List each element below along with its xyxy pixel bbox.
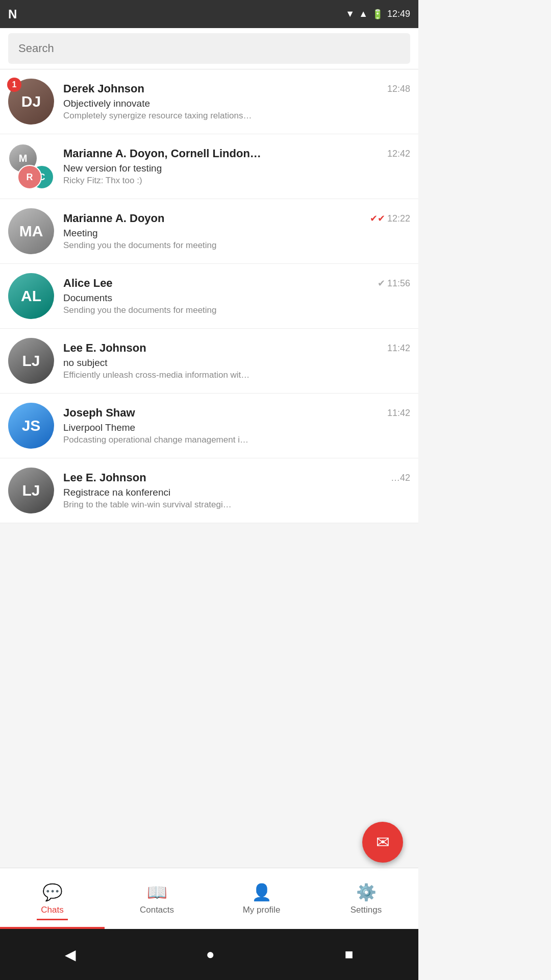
time: 12:49 [387,9,410,19]
nav-item-settings[interactable]: ⚙️ Settings [314,877,418,920]
chat-name: Alice Lee [63,277,372,290]
nav-label-chats: Chats [41,905,63,915]
search-input[interactable] [8,33,410,64]
read-receipt-icon: ✔✔ [370,213,385,224]
chat-content-joseph-shaw: Joseph Shaw 11:42 Liverpool Theme Podcas… [63,406,410,445]
chat-item-lee-johnson-1[interactable]: LJ Lee E. Johnson 11:42 no subject Effic… [0,329,418,394]
chat-content-group-marianne-cornell: Marianne A. Doyon, Cornell Lindon… 12:42… [63,147,410,186]
nav-label-my-profile: My profile [243,905,281,915]
status-bar-right: ▼ ▲ 🔋 12:49 [345,9,410,20]
back-button[interactable]: ◀ [65,946,76,963]
nav-icon-my-profile: 👤 [252,883,272,902]
android-nav-bar: ◀ ● ■ [0,929,418,980]
chat-item-group-marianne-cornell[interactable]: M C R Marianne A. Doyon, Cornell Lindon…… [0,134,418,199]
chat-preview: Sending you the documents for meeting [63,240,410,251]
avatar-lee-johnson-1: LJ [8,338,54,384]
chat-subject: Meeting [63,228,410,239]
chat-time: ✔11:56 [378,278,410,289]
chat-preview: Ricky Fitz: Thx too :) [63,176,410,186]
chat-name: Marianne A. Doyon [63,212,365,225]
recent-button[interactable]: ■ [345,946,354,963]
chat-header: Lee E. Johnson …42 [63,471,410,484]
status-bar-left: N [8,7,17,21]
nav-icon-contacts: 📖 [147,883,167,902]
chat-name: Derek Johnson [63,82,382,95]
battery-icon: 🔋 [372,9,383,20]
active-tab-indicator [0,927,105,929]
chat-preview: Efficiently unleash cross-media informat… [63,370,410,380]
chat-list: 1 DJ Derek Johnson 12:48 Objectively inn… [0,69,418,523]
unread-badge: 1 [7,78,21,92]
chat-content-alice-lee: Alice Lee ✔11:56 Documents Sending you t… [63,277,410,315]
avatar-joseph-shaw: JS [8,403,54,449]
chat-time: ✔✔12:22 [370,213,410,224]
chat-preview: Bring to the table win-win survival stra… [63,500,410,510]
app-logo: N [8,7,17,21]
chat-subject: Documents [63,292,410,304]
chat-preview: Podcasting operational change management… [63,435,410,445]
chat-header: Marianne A. Doyon ✔✔12:22 [63,212,410,225]
chat-content-derek-johnson: Derek Johnson 12:48 Objectively innovate… [63,82,410,121]
chat-header: Marianne A. Doyon, Cornell Lindon… 12:42 [63,147,410,160]
chat-item-alice-lee[interactable]: AL Alice Lee ✔11:56 Documents Sending yo… [0,264,418,329]
nav-icon-chats: 💬 [42,883,63,902]
chat-item-marianne-doyon[interactable]: MA Marianne A. Doyon ✔✔12:22 Meeting Sen… [0,199,418,264]
avatar-alice-lee: AL [8,273,54,319]
chat-time: 11:42 [387,343,410,354]
signal-icon: ▲ [359,9,368,19]
chat-header: Lee E. Johnson 11:42 [63,341,410,355]
chat-time: 11:42 [387,408,410,419]
chat-time: …42 [391,473,410,483]
chat-subject: Liverpool Theme [63,422,410,433]
status-bar: N ▼ ▲ 🔋 12:49 [0,0,418,28]
chat-name: Joseph Shaw [63,406,382,420]
wifi-icon: ▼ [345,9,355,19]
nav-item-chats[interactable]: 💬 Chats [0,877,105,920]
chat-time: 12:48 [387,84,410,94]
chat-header: Derek Johnson 12:48 [63,82,410,95]
nav-item-contacts[interactable]: 📖 Contacts [105,877,209,920]
nav-icon-settings: ⚙️ [356,883,377,902]
chat-item-derek-johnson[interactable]: 1 DJ Derek Johnson 12:48 Objectively inn… [0,69,418,134]
chat-subject: Registrace na konferenci [63,487,410,498]
delivered-icon: ✔ [378,278,385,288]
chat-content-lee-johnson-2: Lee E. Johnson …42 Registrace na konfere… [63,471,410,510]
chat-item-joseph-shaw[interactable]: JS Joseph Shaw 11:42 Liverpool Theme Pod… [0,394,418,458]
home-button[interactable]: ● [206,946,215,963]
new-chat-fab[interactable]: ✉ [362,822,403,863]
nav-label-contacts: Contacts [140,905,174,915]
chat-header: Joseph Shaw 11:42 [63,406,410,420]
avatar-group-group-marianne-cornell: M C R [8,143,54,189]
search-container [0,28,418,69]
bottom-nav: 💬 Chats 📖 Contacts 👤 My profile ⚙️ Setti… [0,868,418,929]
chat-header: Alice Lee ✔11:56 [63,277,410,290]
chat-name: Lee E. Johnson [63,471,386,484]
avatar-lee-johnson-2: LJ [8,468,54,513]
chat-preview: Sending you the documents for meeting [63,305,410,315]
chat-name: Lee E. Johnson [63,341,382,355]
avatar-derek-johnson: 1 DJ [8,79,54,125]
chat-subject: no subject [63,357,410,369]
nav-item-my-profile[interactable]: 👤 My profile [209,877,314,920]
chat-subject: Objectively innovate [63,98,410,109]
nav-label-settings: Settings [350,905,382,915]
chat-time: 12:42 [387,149,410,159]
chat-item-lee-johnson-2[interactable]: LJ Lee E. Johnson …42 Registrace na konf… [0,458,418,523]
chat-preview: Completely synergize resource taxing rel… [63,111,410,121]
new-chat-icon: ✉ [376,832,390,852]
chat-content-marianne-doyon: Marianne A. Doyon ✔✔12:22 Meeting Sendin… [63,212,410,251]
chat-subject: New version for testing [63,163,410,174]
chat-name: Marianne A. Doyon, Cornell Lindon… [63,147,382,160]
avatar-marianne-doyon: MA [8,208,54,254]
chat-content-lee-johnson-1: Lee E. Johnson 11:42 no subject Efficien… [63,341,410,380]
